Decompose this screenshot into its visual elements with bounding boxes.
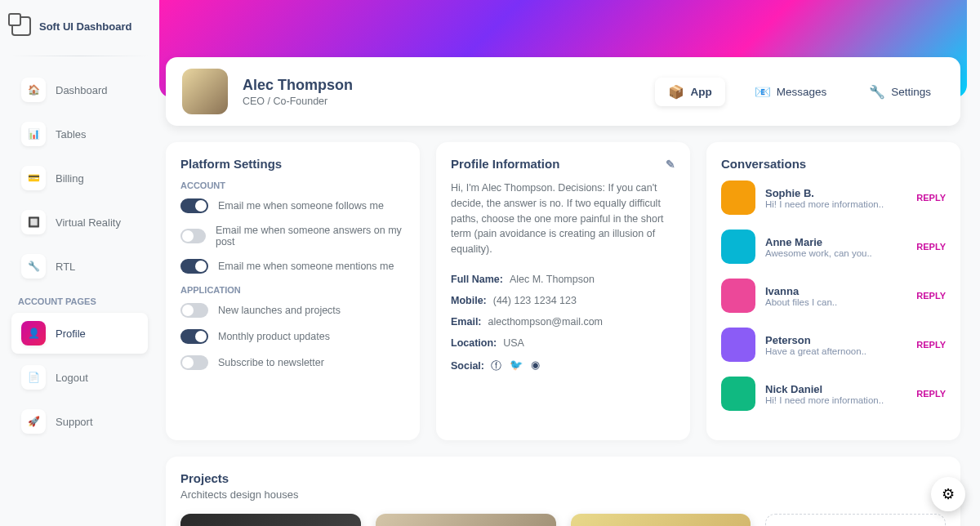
info-key: Mobile:	[451, 295, 487, 306]
conversation-avatar	[721, 377, 755, 411]
nav-tables[interactable]: 📊 Tables	[11, 114, 148, 154]
conversation-message: Have a great afternoon..	[765, 346, 866, 356]
switch-label: Email me when someone mentions me	[218, 261, 394, 272]
project-item[interactable]: Project #3	[571, 514, 751, 526]
switch-follows: Email me when someone follows me	[180, 198, 405, 213]
project-item[interactable]: Project #2	[180, 514, 361, 526]
profile-bar: Alec Thompson CEO / Co-Founder 📦 App 📧 M…	[166, 57, 960, 126]
new-project-button[interactable]: + New project	[765, 514, 946, 526]
card-title: Profile Information ✎	[451, 157, 675, 171]
card-title-text: Profile Information	[451, 157, 559, 171]
switch-label: Email me when someone answers on my post	[216, 225, 405, 247]
project-image	[376, 514, 556, 526]
info-value: USA	[503, 337, 524, 349]
conversation-avatar	[721, 328, 755, 362]
nav-label: Profile	[56, 328, 86, 340]
twitter-icon[interactable]: 🐦	[510, 359, 523, 373]
wrench-icon: 🔧	[869, 84, 885, 100]
main-content: Alec Thompson CEO / Co-Founder 📦 App 📧 M…	[159, 0, 980, 526]
conversation-message: Awesome work, can you..	[765, 248, 872, 258]
document-icon: 📄	[21, 365, 46, 390]
conversation-item[interactable]: Sophie B. Hi! I need more information.. …	[721, 181, 946, 215]
card-title: Projects	[180, 471, 946, 485]
profile-info-card: Profile Information ✎ Hi, I'm Alec Thomp…	[436, 142, 690, 440]
info-value: (44) 123 1234 123	[493, 295, 577, 306]
reply-button[interactable]: REPLY	[916, 291, 946, 301]
nav-label: Virtual Reality	[56, 216, 121, 229]
project-item[interactable]: Project #1	[376, 514, 556, 526]
tab-messages[interactable]: 📧 Messages	[742, 78, 840, 106]
app-logo[interactable]: Soft UI Dashboard	[11, 16, 148, 36]
chart-icon: 📊	[21, 122, 46, 146]
nav-rtl[interactable]: 🔧 RTL	[11, 246, 148, 287]
nav-dashboard[interactable]: 🏠 Dashboard	[11, 69, 148, 110]
nav-section-account: ACCOUNT PAGES	[18, 296, 141, 306]
switch-updates: Monthly product updates	[180, 329, 405, 344]
conversation-message: About files I can..	[765, 297, 837, 307]
profile-avatar[interactable]	[182, 69, 228, 114]
tab-settings[interactable]: 🔧 Settings	[856, 78, 944, 106]
conversation-message: Hi! I need more information..	[765, 395, 884, 405]
conversation-item[interactable]: Peterson Have a great afternoon.. REPLY	[721, 328, 946, 362]
switch-launches: New launches and projects	[180, 303, 405, 318]
nav-label: Dashboard	[56, 84, 108, 96]
tab-label: Settings	[891, 86, 931, 98]
reply-button[interactable]: REPLY	[916, 242, 946, 252]
nav-label: RTL	[56, 261, 75, 273]
conversation-name: Nick Daniel	[765, 383, 884, 395]
toggle-switch[interactable]	[180, 259, 208, 274]
reply-button[interactable]: REPLY	[916, 193, 946, 203]
profile-role: CEO / Co-Founder	[243, 96, 353, 107]
info-value: Alec M. Thompson	[510, 274, 595, 285]
project-image	[571, 514, 751, 526]
conversation-avatar	[721, 230, 755, 264]
info-key: Social:	[451, 360, 484, 372]
mail-icon: 📧	[755, 84, 771, 100]
toggle-switch[interactable]	[180, 355, 208, 370]
toggle-switch[interactable]	[180, 229, 206, 243]
home-icon: 🏠	[21, 78, 46, 102]
toggle-switch[interactable]	[180, 303, 208, 318]
nav-label: Tables	[56, 128, 87, 140]
reply-button[interactable]: REPLY	[916, 340, 946, 350]
conversation-name: Peterson	[765, 334, 866, 346]
info-key: Full Name:	[451, 274, 503, 285]
projects-subtitle: Architects design houses	[180, 488, 946, 501]
sidebar: Soft UI Dashboard 🏠 Dashboard 📊 Tables 💳…	[0, 0, 159, 526]
conversation-item[interactable]: Nick Daniel Hi! I need more information.…	[721, 377, 946, 411]
conversation-name: Ivanna	[765, 285, 837, 297]
user-icon: 👤	[21, 321, 46, 345]
tool-icon: 🔧	[21, 254, 46, 279]
nav-billing[interactable]: 💳 Billing	[11, 158, 148, 198]
nav-label: Logout	[56, 372, 88, 384]
box-icon: 📦	[668, 84, 684, 100]
gear-icon: ⚙	[942, 485, 955, 503]
card-title: Platform Settings	[180, 157, 405, 171]
edit-icon[interactable]: ✎	[666, 158, 675, 171]
switch-label: Subscribe to newsletter	[218, 357, 324, 368]
logo-text: Soft UI Dashboard	[39, 20, 131, 33]
settings-fab[interactable]: ⚙	[931, 477, 965, 511]
info-key: Email:	[451, 316, 482, 328]
nav-label: Support	[56, 416, 93, 428]
section-application: APPLICATION	[180, 285, 405, 295]
conversation-item[interactable]: Ivanna About files I can.. REPLY	[721, 279, 946, 313]
toggle-switch[interactable]	[180, 329, 208, 344]
conversation-item[interactable]: Anne Marie Awesome work, can you.. REPLY	[721, 230, 946, 264]
profile-name: Alec Thompson	[243, 77, 353, 94]
reply-button[interactable]: REPLY	[916, 389, 946, 399]
toggle-switch[interactable]	[180, 198, 208, 213]
nav-logout[interactable]: 📄 Logout	[11, 357, 148, 398]
switch-label: Email me when someone follows me	[218, 200, 384, 212]
conversation-avatar	[721, 181, 755, 215]
nav-support[interactable]: 🚀 Support	[11, 401, 148, 442]
nav-vr[interactable]: 🔲 Virtual Reality	[11, 202, 148, 243]
instagram-icon[interactable]: ◉	[531, 359, 540, 373]
tab-app[interactable]: 📦 App	[655, 78, 724, 106]
tab-label: App	[690, 86, 711, 98]
platform-settings-card: Platform Settings ACCOUNT Email me when …	[166, 142, 420, 440]
section-account: ACCOUNT	[180, 181, 405, 190]
facebook-icon[interactable]: ⓕ	[491, 359, 501, 373]
nav-profile[interactable]: 👤 Profile	[11, 313, 148, 354]
switch-label: Monthly product updates	[218, 331, 330, 342]
